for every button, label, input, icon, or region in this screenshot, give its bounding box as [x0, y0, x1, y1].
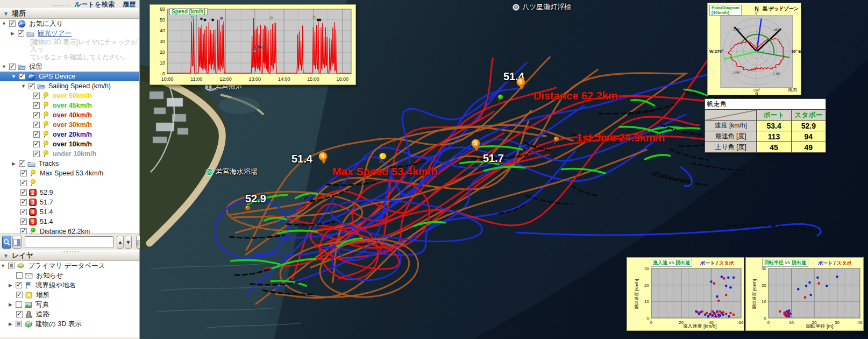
checkbox[interactable]	[33, 122, 40, 128]
prev-result-button[interactable]: ▲	[117, 236, 124, 249]
tree-item-over-30[interactable]: over 30km/h	[0, 120, 139, 130]
collapsed-arrow-icon[interactable]: ▶	[8, 282, 13, 288]
collapsed-arrow-icon[interactable]: ▶	[8, 302, 13, 307]
collapsed-arrow-icon[interactable]: ▶	[11, 161, 17, 166]
checkbox[interactable]	[20, 180, 27, 186]
numbered-marker-icon: 3	[29, 199, 37, 206]
collapsed-arrow-icon[interactable]: ▶	[10, 31, 16, 36]
tree-item-marker-5[interactable]: 5 51.4	[0, 217, 139, 227]
tree-item-favorites[interactable]: ▼ お気に入り	[0, 19, 139, 29]
marker-number: 3	[474, 140, 478, 146]
checkbox[interactable]	[16, 292, 23, 298]
pushpin-icon	[42, 150, 49, 158]
tree-item-over-40[interactable]: over 40km/h	[0, 110, 139, 120]
checkbox[interactable]	[20, 228, 27, 234]
svg-text:60: 60	[160, 6, 165, 12]
value-cell: 45	[757, 142, 791, 153]
checkbox[interactable]	[20, 218, 27, 225]
tree-item-places-layer[interactable]: 場所	[0, 290, 139, 300]
checkbox-tracks[interactable]	[19, 160, 25, 167]
tree-item-roads[interactable]: 道路	[0, 309, 139, 319]
distance-pushpin-green[interactable]	[496, 93, 504, 104]
tree-item-over-50[interactable]: over 50km/h	[0, 91, 139, 101]
svg-text:60: 60	[739, 320, 744, 325]
checkbox-sailing-speed[interactable]	[29, 83, 35, 89]
checkbox[interactable]	[16, 301, 22, 308]
sidebar: ルートを検索履歴 ▼ 場所 ▼ お気に入り ▶ 観光ツアー [建物の 3D 表示…	[0, 0, 140, 339]
expand-arrow-icon[interactable]: ▼	[20, 83, 26, 89]
tree-item-over-45[interactable]: over 45km/h	[0, 101, 139, 110]
polar-diagram-chart: N0°W 270°90° E180°S315°45°225°135°	[708, 3, 802, 96]
tree-item-photos[interactable]: ▶ 写真	[0, 300, 139, 309]
checkbox-tour[interactable]	[18, 30, 24, 37]
checkbox-hold[interactable]	[9, 63, 16, 70]
tree-item-pin-blank[interactable]	[0, 178, 139, 188]
tree-item-sailing-speed[interactable]: ▼ Sailing Speed (km/h)	[0, 81, 139, 91]
checkbox[interactable]	[16, 272, 23, 279]
next-result-button[interactable]: ▼	[125, 236, 132, 249]
tree-item-announce[interactable]: お知らせ	[0, 271, 139, 280]
tree-item-marker-4[interactable]: 4 51.4	[0, 207, 139, 217]
checkbox-favorites[interactable]	[9, 20, 16, 27]
tree-item-over-20[interactable]: over 20km/h	[0, 130, 139, 139]
road-icon	[25, 310, 33, 319]
checkbox[interactable]	[16, 282, 22, 288]
jive-pushpin-orange[interactable]	[552, 135, 560, 146]
folder-icon	[26, 30, 34, 38]
checkbox[interactable]	[33, 102, 40, 109]
places-panel-header[interactable]: ▼ 場所	[0, 8, 139, 19]
collapse-triangle-icon[interactable]: ▼	[3, 253, 9, 259]
tree-item-primary-db[interactable]: ▼ プライマリ データベース	[0, 261, 139, 271]
expand-arrow-icon[interactable]: ▼	[11, 74, 17, 79]
entry-exit-scatter-chart: 02040600102030	[627, 266, 745, 331]
checkbox[interactable]	[16, 321, 22, 327]
tab-search-route[interactable]: ルートを検索	[74, 1, 115, 8]
toggle-pane-button[interactable]	[12, 236, 22, 249]
tree-item-distance[interactable]: Distance 62.2km	[0, 227, 139, 234]
checkbox-primary-db[interactable]	[8, 263, 15, 269]
tree-item-hold[interactable]: ▼ 保留	[0, 62, 139, 72]
map-marker-4[interactable]: 4	[318, 152, 328, 161]
tree-item-tour[interactable]: ▶ 観光ツアー	[0, 29, 139, 38]
checkbox[interactable]	[20, 209, 27, 215]
tree-item-tracks[interactable]: ▶ Tracks	[0, 159, 139, 168]
checkbox[interactable]	[20, 189, 27, 196]
tab-history[interactable]: 履歴	[123, 1, 136, 8]
checkbox[interactable]	[20, 199, 27, 206]
checkbox[interactable]	[20, 170, 27, 176]
expand-arrow-icon[interactable]: ▼	[1, 64, 7, 69]
tree-item-borders[interactable]: ▶ 境界線や地名	[0, 280, 139, 290]
panel-resize-handle[interactable]	[61, 251, 79, 253]
checkbox[interactable]	[33, 93, 40, 99]
tree-item-over-10[interactable]: over 10km/h	[0, 139, 139, 149]
checkbox[interactable]	[33, 151, 40, 157]
checkbox[interactable]	[33, 141, 40, 147]
search-places-button[interactable]	[2, 236, 11, 249]
collapsed-arrow-icon[interactable]: ▶	[8, 321, 13, 327]
maxspeed-pushpin-yellow[interactable]	[376, 151, 388, 166]
checkbox[interactable]	[16, 311, 23, 317]
checkbox[interactable]	[33, 112, 40, 118]
expand-arrow-icon[interactable]: ▼	[1, 21, 7, 26]
tour-link[interactable]: 観光ツアー	[37, 29, 73, 38]
search-input[interactable]	[25, 236, 113, 248]
layer-label: 建物の 3D 表示	[34, 320, 83, 329]
tree-item-marker-3[interactable]: 3 51.7	[0, 197, 139, 207]
numbered-marker-icon: 4	[29, 208, 37, 216]
map-marker-5[interactable]: 5	[516, 77, 525, 87]
tree-item-gps-device[interactable]: ▼ GPS Device	[0, 72, 139, 81]
tree-item-marker-2[interactable]: 2 52.9	[0, 188, 139, 197]
checkbox-gps-device[interactable]	[19, 73, 25, 80]
tree-item-max-speed[interactable]: Max Speed 53.4km/h	[0, 168, 139, 178]
tree-item-3d-buildings[interactable]: ▶ 建物の 3D 表示	[0, 319, 139, 329]
panel-resize-handle[interactable]	[52, 4, 70, 6]
checkbox[interactable]	[33, 131, 40, 138]
expand-arrow-icon[interactable]: ▼	[0, 263, 6, 269]
pushpin-orange-52-9[interactable]	[243, 203, 252, 215]
tree-item-under-10[interactable]: under 10km/h	[0, 149, 139, 159]
svg-text:50: 50	[160, 17, 165, 23]
beach-place-label[interactable]: 若宮海水浴場	[205, 167, 258, 176]
collapse-triangle-icon[interactable]: ▼	[3, 11, 9, 17]
buoy-place-label[interactable]: 八ツ星瀬灯浮標	[512, 2, 571, 12]
map-marker-3[interactable]: 3	[471, 139, 480, 148]
